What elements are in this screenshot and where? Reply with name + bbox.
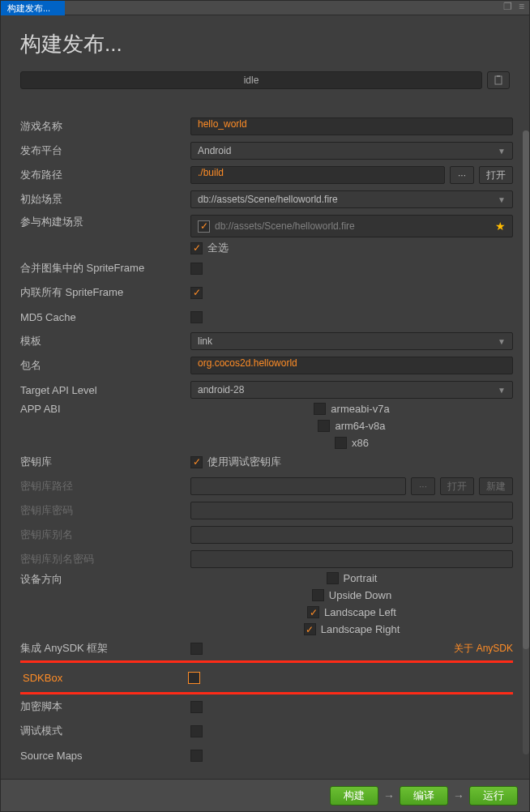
template-select[interactable]: link <box>190 332 513 350</box>
run-button[interactable]: 运行 <box>469 786 518 806</box>
md5-checkbox[interactable] <box>190 311 203 323</box>
star-icon[interactable]: ★ <box>495 220 506 233</box>
keystore-browse-button: ··· <box>411 477 435 495</box>
orient-upsidedown-checkbox[interactable] <box>312 589 324 601</box>
inline-spriteframe-label: 内联所有 SpriteFrame <box>20 285 190 300</box>
source-maps-checkbox[interactable] <box>190 750 203 762</box>
menu-icon[interactable]: ≡ <box>519 1 524 12</box>
orient-portrait-checkbox[interactable] <box>327 572 339 584</box>
orient-landscape-left-label: Landscape Left <box>324 606 396 618</box>
sdkbox-highlight: SDKBox <box>20 660 513 694</box>
publish-path-input[interactable]: ./build <box>190 166 445 184</box>
scrollbar-thumb[interactable] <box>523 130 529 649</box>
anysdk-checkbox[interactable] <box>190 643 203 655</box>
abi-armeabi-label: armeabi-v7a <box>331 403 389 415</box>
keystore-path-label: 密钥库路径 <box>20 479 190 494</box>
orient-landscape-right-label: Landscape Right <box>321 623 400 635</box>
publish-path-browse-button[interactable]: ··· <box>450 166 474 184</box>
scenes-label: 参与构建场景 <box>20 215 190 229</box>
platform-select[interactable]: Android <box>190 142 513 160</box>
use-debug-keystore-label: 使用调试密钥库 <box>207 455 281 469</box>
keystore-pwd-label: 密钥库密码 <box>20 503 190 518</box>
footer: 构建 → 编译 → 运行 <box>1 779 529 811</box>
game-name-input[interactable]: hello_world <box>190 118 513 135</box>
orient-landscape-right-checkbox[interactable] <box>304 623 316 635</box>
orient-landscape-left-checkbox[interactable] <box>307 606 319 618</box>
arrow-icon: → <box>382 789 396 802</box>
keystore-alias-pwd-input <box>190 550 513 568</box>
keystore-alias-label: 密钥库别名 <box>20 528 190 542</box>
status-bar: idle <box>20 71 482 89</box>
game-name-label: 游戏名称 <box>20 119 190 134</box>
svg-rect-0 <box>495 76 502 84</box>
merge-spriteframe-checkbox[interactable] <box>190 263 203 275</box>
publish-path-label: 发布路径 <box>20 168 190 182</box>
use-debug-keystore-checkbox[interactable] <box>190 456 203 468</box>
orient-portrait-label: Portrait <box>344 572 378 584</box>
keystore-alias-pwd-label: 密钥库别名密码 <box>20 552 190 566</box>
svg-rect-1 <box>497 75 500 77</box>
debug-mode-label: 调试模式 <box>20 724 190 738</box>
window-tab[interactable]: 构建发布... <box>1 1 65 15</box>
inline-spriteframe-checkbox[interactable] <box>190 287 203 299</box>
copy-log-button[interactable] <box>487 71 510 89</box>
orientation-label: 设备方向 <box>20 572 190 587</box>
sdkbox-label: SDKBox <box>20 672 188 684</box>
keystore-label: 密钥库 <box>20 455 190 469</box>
keystore-alias-input <box>190 526 513 544</box>
page-title: 构建发布... <box>1 15 529 60</box>
popout-icon[interactable]: ❐ <box>503 1 512 12</box>
abi-x86-checkbox[interactable] <box>335 437 347 449</box>
scene-item-checkbox[interactable] <box>198 220 210 233</box>
sdkbox-checkbox[interactable] <box>188 672 200 684</box>
keystore-path-input <box>190 477 406 495</box>
md5-label: MD5 Cache <box>20 311 190 323</box>
scene-list-item[interactable]: db://assets/Scene/helloworld.fire ★ <box>190 215 513 237</box>
arrow-icon: → <box>451 789 466 802</box>
merge-spriteframe-label: 合并图集中的 SpriteFrame <box>20 261 190 276</box>
source-maps-label: Source Maps <box>20 750 190 762</box>
form-area: 游戏名称 hello_world 发布平台 Android 发布路径 ./bui… <box>20 114 513 772</box>
encrypt-label: 加密脚本 <box>20 699 190 714</box>
package-input[interactable]: org.cocos2d.helloworld <box>190 357 513 374</box>
select-all-checkbox[interactable] <box>190 242 203 254</box>
keystore-new-button: 新建 <box>479 477 513 495</box>
about-anysdk-link[interactable]: 关于 AnySDK <box>454 642 513 656</box>
keystore-open-button: 打开 <box>440 477 474 495</box>
scrollbar[interactable] <box>523 130 529 754</box>
compile-button[interactable]: 编译 <box>400 786 448 806</box>
debug-mode-checkbox[interactable] <box>190 725 203 737</box>
api-level-label: Target API Level <box>20 384 190 396</box>
orient-upsidedown-label: Upside Down <box>329 589 391 601</box>
package-label: 包名 <box>20 358 190 373</box>
publish-path-open-button[interactable]: 打开 <box>479 166 513 184</box>
title-bar: 构建发布... ❐ ≡ <box>1 1 529 15</box>
initial-scene-label: 初始场景 <box>20 192 190 207</box>
abi-x86-label: x86 <box>352 437 369 449</box>
anysdk-label: 集成 AnySDK 框架 <box>20 641 190 656</box>
initial-scene-select[interactable]: db://assets/Scene/helloworld.fire <box>190 190 513 208</box>
platform-label: 发布平台 <box>20 143 190 158</box>
template-label: 模板 <box>20 334 190 348</box>
scene-item-path: db://assets/Scene/helloworld.fire <box>215 220 490 232</box>
abi-arm64-label: arm64-v8a <box>335 420 385 432</box>
abi-armeabi-checkbox[interactable] <box>314 403 326 415</box>
clipboard-icon <box>494 75 503 85</box>
select-all-label: 全选 <box>207 241 229 255</box>
encrypt-checkbox[interactable] <box>190 701 203 713</box>
abi-arm64-checkbox[interactable] <box>318 420 330 432</box>
app-abi-label: APP ABI <box>20 403 190 415</box>
api-level-select[interactable]: android-28 <box>190 381 513 399</box>
build-button[interactable]: 构建 <box>330 786 378 806</box>
keystore-pwd-input <box>190 502 513 519</box>
